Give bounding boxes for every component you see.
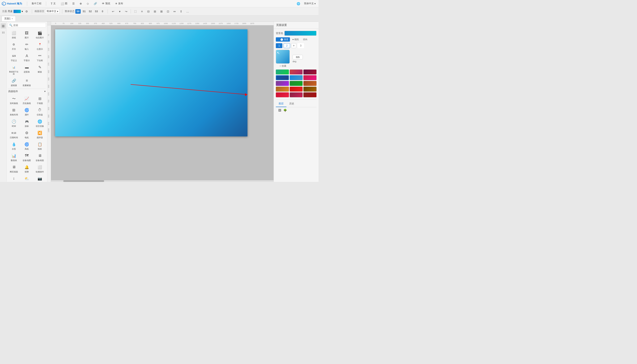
alarm-component[interactable]: 🔔 报警	[21, 163, 33, 174]
mixer-component[interactable]: 🔀 搅拌器	[34, 129, 46, 140]
collapse-icon[interactable]: ▾	[44, 90, 46, 93]
preset-swatch-12[interactable]	[303, 87, 316, 92]
preset-swatch-14[interactable]	[290, 92, 303, 97]
preset-swatch-9[interactable]	[303, 81, 316, 86]
link-tool-btn[interactable]: 🔗	[93, 2, 98, 6]
dropdown-component[interactable]: ⬽ 下拉框	[34, 52, 46, 62]
align-top-btn[interactable]: ⊞	[152, 8, 158, 14]
page-tab[interactable]: 页面1 ✕	[2, 16, 16, 21]
preset-swatch-1[interactable]	[276, 70, 289, 74]
more-tools-btn[interactable]: …	[185, 8, 190, 14]
weather-component[interactable]: ⛅ 天气	[21, 175, 33, 182]
h-scrollbar[interactable]	[51, 180, 274, 182]
color-stop-1-btn[interactable]: 1	[276, 43, 282, 48]
state-s1-btn[interactable]: S1	[81, 9, 87, 14]
widget-panel-toggle[interactable]: ⚏	[1, 29, 6, 35]
align-center-btn[interactable]: ≡	[139, 8, 145, 14]
state-s2-btn[interactable]: S2	[88, 9, 93, 14]
undo-btn[interactable]: ↩	[110, 8, 116, 14]
camera-component[interactable]: 📷 摄像头	[34, 175, 46, 182]
datareport-component[interactable]: 📊 数报表	[8, 152, 20, 162]
dist-h-btn[interactable]: ⇔	[172, 8, 177, 14]
h-scrollbar-thumb[interactable]	[63, 180, 104, 182]
gradient-toggle[interactable]	[278, 38, 283, 41]
subscreen-component[interactable]: ⊞ 子画面	[34, 95, 46, 106]
hyperlink-component[interactable]: 🔗 超链接	[8, 77, 20, 88]
canvas-scroll-area[interactable]	[51, 25, 274, 182]
preset-swatch-4[interactable]	[276, 75, 289, 80]
redo-btn[interactable]: ↪	[123, 8, 129, 14]
component-panel-toggle[interactable]: ⊞	[1, 23, 6, 28]
bg-color-preview[interactable]	[284, 31, 316, 36]
layer-tree-btn[interactable]: 🌳	[283, 108, 287, 112]
preset-swatch-15[interactable]	[303, 92, 316, 97]
shape-tool-btn[interactable]: ⬜ 图	[59, 2, 69, 6]
collect-btn[interactable]: ☆ 收藏	[279, 64, 286, 68]
windmill-component[interactable]: 🌀 风机	[21, 140, 33, 151]
preset-swatch-6[interactable]	[303, 75, 316, 80]
screen-lang-selector[interactable]: 简体中文 ▾	[45, 9, 60, 14]
preset-swatch-3[interactable]	[303, 70, 316, 74]
clock-component[interactable]: 🕐 时钟	[8, 118, 20, 128]
carousel-component[interactable]: ⬜ 轮播插件	[34, 163, 46, 174]
preset-swatch-13[interactable]	[276, 92, 289, 97]
progress-component[interactable]: ▬ 进度条	[21, 64, 33, 76]
align-bottom-btn[interactable]: ⊡	[165, 8, 171, 14]
tablelayout-component[interactable]: ⊞ 表格布局	[8, 106, 20, 117]
preset-swatch-7[interactable]	[276, 81, 289, 86]
theme-settings-btn[interactable]: ⚙	[24, 8, 29, 14]
color-stop-3-btn[interactable]: 3	[297, 43, 304, 48]
preview-btn[interactable]: 👁 预览	[101, 2, 111, 6]
layer-tab[interactable]: 图层	[276, 101, 286, 107]
switch-component[interactable]: ⚙ 开关	[8, 40, 20, 51]
preset-swatch-10[interactable]	[276, 87, 289, 92]
state-s0-btn[interactable]: S0	[75, 9, 81, 14]
datasource-component[interactable]: 📊 数据源下拉框	[8, 64, 20, 76]
image-component[interactable]: 🖼 图片	[21, 29, 33, 40]
batch-assign-component[interactable]: ≡ 批量赋值	[21, 77, 33, 88]
align-right-btn[interactable]: ⊟	[146, 8, 151, 14]
preset-swatch-11[interactable]	[290, 87, 303, 92]
btn-component[interactable]: ⬜ 按钮	[8, 29, 20, 40]
pump-component[interactable]: 💧 水泵	[8, 140, 20, 151]
gauge-component[interactable]: ⏱ 仪表盘	[34, 106, 46, 117]
theme-selector[interactable]: 亮蓝 ▾	[8, 10, 23, 13]
report-component[interactable]: 📋 报表	[34, 140, 46, 151]
add-color-stop-btn[interactable]: +	[291, 43, 296, 48]
layer-tool-btn[interactable]: ⊕	[78, 2, 83, 6]
state-0-btn[interactable]: 0	[100, 9, 105, 14]
datetime-component[interactable]: 8:13 日期时间	[8, 129, 20, 140]
preset-swatch-2[interactable]	[290, 70, 303, 74]
langswitch-component[interactable]: 🌐 语言切换	[34, 118, 46, 128]
cursor-component[interactable]: 🎮 游标	[21, 118, 33, 128]
angle-input[interactable]	[293, 55, 303, 59]
color-swatch-large[interactable]: ↖	[276, 50, 290, 64]
assign-component[interactable]: ✎ 赋值	[34, 64, 46, 76]
state-s3-btn[interactable]: S3	[94, 9, 99, 14]
devicemap-component[interactable]: 🗺 设备地图	[21, 152, 33, 162]
color-stop-2-btn[interactable]: 2	[284, 43, 290, 48]
dist-v-btn[interactable]: ⇕	[178, 8, 184, 14]
history-curve-component[interactable]: 📈 历史曲线	[21, 95, 33, 106]
radial-tab[interactable]: 径向	[301, 37, 309, 42]
charshow-component[interactable]: A 字显示	[21, 52, 33, 62]
fan-component[interactable]: 🌀 扇叶	[21, 106, 33, 117]
align-left-btn[interactable]: ⬚	[132, 8, 138, 14]
align-middle-btn[interactable]: ⊠	[159, 8, 164, 14]
motor-component[interactable]: ⚙ 电机	[21, 129, 33, 140]
realtime-curve-component[interactable]: 〜 实时曲线	[8, 95, 20, 106]
globe-icon-btn[interactable]: 🌐	[295, 1, 301, 6]
undo-dropdown-btn[interactable]: ▾	[117, 8, 122, 14]
scrolllist-component[interactable]: ↕ 滚动列表	[8, 175, 20, 182]
preset-swatch-8[interactable]	[290, 81, 303, 86]
preset-swatch-5[interactable]	[290, 75, 303, 80]
lang-button[interactable]: 简体中文 ▾	[303, 2, 317, 6]
publish-btn[interactable]: ✈ 发布	[114, 2, 124, 6]
input-component[interactable]: ✏ 输入	[21, 40, 33, 51]
bitdisplay-component[interactable]: 📍 位显示	[34, 40, 46, 51]
layer-image-btn[interactable]: 🖼	[278, 108, 282, 112]
text-tool-btn[interactable]: T 文	[49, 2, 57, 6]
tab-close-icon[interactable]: ✕	[12, 18, 13, 20]
webpage-component[interactable]: 🖥 网页画面	[8, 163, 20, 174]
history-tab[interactable]: 历史	[286, 101, 297, 107]
